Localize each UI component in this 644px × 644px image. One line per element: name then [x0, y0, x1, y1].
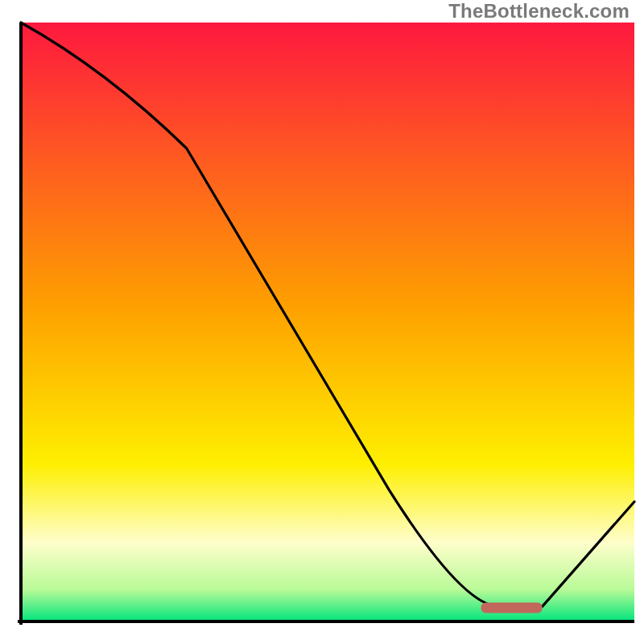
optimum-marker — [481, 602, 543, 613]
watermark-text: TheBottleneck.com — [448, 0, 630, 23]
plot-background — [21, 23, 634, 621]
chart-container: { "watermark": "TheBottleneck.com", "cha… — [0, 0, 644, 644]
bottleneck-chart — [0, 0, 644, 644]
